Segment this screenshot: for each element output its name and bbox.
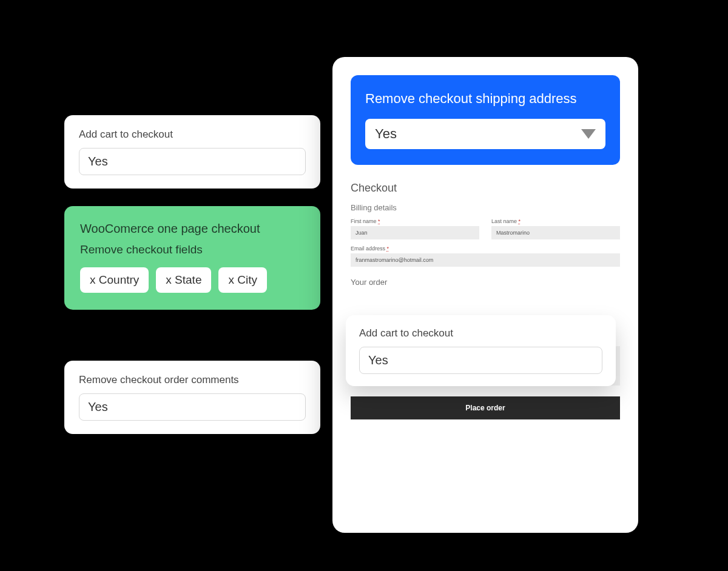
last-name-label: Last name * bbox=[491, 218, 620, 224]
green-subtitle: Remove checkout fields bbox=[80, 243, 305, 256]
your-order-heading: Your order bbox=[351, 278, 620, 287]
overlay-label: Add cart to checkout bbox=[359, 327, 602, 339]
chip-city[interactable]: x City bbox=[218, 267, 267, 293]
remove-comments-label: Remove checkout order comments bbox=[79, 374, 306, 386]
first-name-input[interactable] bbox=[351, 226, 479, 239]
add-cart-select[interactable]: Yes bbox=[79, 148, 306, 175]
remove-comments-select[interactable]: Yes bbox=[79, 393, 306, 421]
checkout-preview-panel: Remove checkout shipping address Yes Che… bbox=[332, 57, 638, 533]
add-cart-value: Yes bbox=[88, 155, 108, 169]
remove-comments-card: Remove checkout order comments Yes bbox=[64, 361, 320, 434]
required-mark: * bbox=[519, 218, 521, 224]
remove-fields-card: WooComerce one page checkout Remove chec… bbox=[64, 206, 320, 310]
remove-shipping-card: Remove checkout shipping address Yes bbox=[351, 75, 620, 165]
chip-row: x Country x State x City bbox=[80, 267, 305, 293]
overlay-select[interactable]: Yes bbox=[359, 347, 602, 374]
remove-shipping-value: Yes bbox=[375, 126, 397, 142]
chevron-down-icon bbox=[581, 129, 596, 139]
green-title: WooComerce one page checkout bbox=[80, 222, 305, 236]
overlay-value: Yes bbox=[368, 353, 388, 367]
chip-state[interactable]: x State bbox=[156, 267, 211, 293]
add-cart-to-checkout-card: Add cart to checkout Yes bbox=[64, 115, 320, 189]
add-cart-overlay-card: Add cart to checkout Yes bbox=[346, 315, 616, 386]
chip-country[interactable]: x Country bbox=[80, 267, 149, 293]
last-name-input[interactable] bbox=[491, 226, 620, 239]
required-mark: * bbox=[378, 218, 380, 224]
last-name-field: Last name * bbox=[491, 218, 620, 239]
name-row: First name * Last name * bbox=[351, 218, 620, 239]
remove-shipping-title: Remove checkout shipping address bbox=[365, 90, 605, 108]
checkout-heading: Checkout bbox=[351, 182, 620, 195]
email-input[interactable] bbox=[351, 253, 620, 267]
remove-shipping-select[interactable]: Yes bbox=[365, 119, 605, 149]
remove-comments-value: Yes bbox=[88, 400, 108, 414]
first-name-label: First name * bbox=[351, 218, 479, 224]
add-cart-label: Add cart to checkout bbox=[79, 129, 306, 141]
email-field: Email address * bbox=[351, 245, 620, 267]
required-mark: * bbox=[387, 245, 389, 252]
email-label: Email address * bbox=[351, 245, 620, 252]
billing-details-heading: Billing details bbox=[351, 203, 620, 212]
first-name-field: First name * bbox=[351, 218, 479, 239]
place-order-button[interactable]: Place order bbox=[351, 396, 620, 419]
